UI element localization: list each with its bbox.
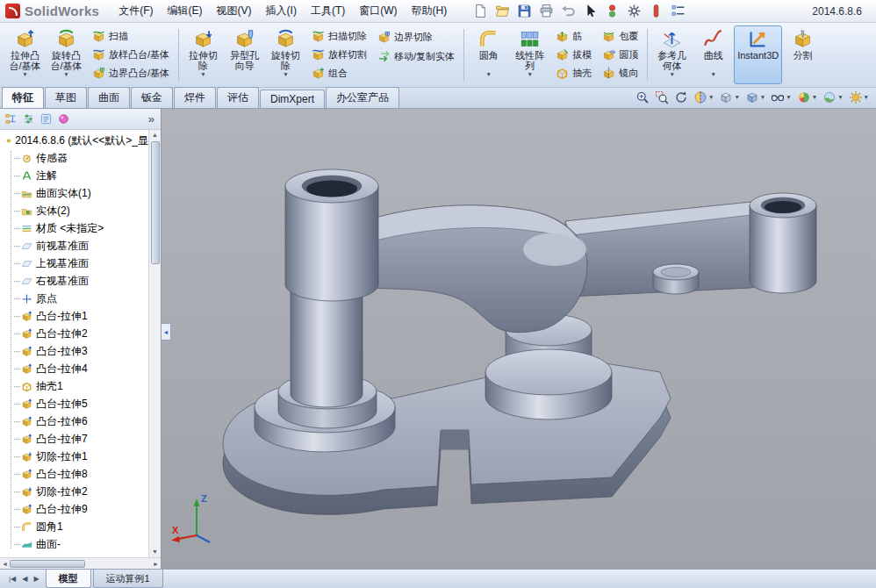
- ribbon-combine-button[interactable]: 组合: [308, 64, 370, 82]
- configuration-manager-tab[interactable]: [39, 111, 54, 126]
- tree-item-sensors-0[interactable]: 传感器: [3, 149, 148, 167]
- ribbon-lofted-boss-button[interactable]: 放样凸台/基体: [89, 47, 173, 64]
- tree-item-boss-14[interactable]: 凸台-拉伸5: [3, 395, 148, 412]
- tab-6[interactable]: DimXpert: [260, 90, 325, 108]
- ribbon-boundary-cut-button[interactable]: 边界切除: [374, 28, 458, 47]
- menu-item-2[interactable]: 视图(V): [210, 0, 259, 23]
- undo-button[interactable]: [559, 2, 578, 20]
- ribbon-boundary-boss-button[interactable]: 边界凸台/基体: [89, 64, 173, 82]
- scroll-left-icon[interactable]: ◄: [2, 561, 8, 567]
- view-orientation-button[interactable]: ▼: [717, 90, 741, 105]
- scroll-right-icon[interactable]: ►: [153, 561, 159, 567]
- menu-item-4[interactable]: 工具(T): [304, 0, 352, 23]
- ribbon-reference-geometry-button[interactable]: 参考几何体▼: [651, 25, 693, 84]
- previous-view-button[interactable]: [672, 90, 690, 105]
- tree-item-material-4[interactable]: 材质 <未指定>: [3, 219, 148, 237]
- tree-item-surface-22[interactable]: 曲面-: [3, 535, 148, 553]
- save-button[interactable]: [515, 2, 534, 20]
- ribbon-revolved-boss-button[interactable]: 旋转凸台/基体▼: [46, 25, 87, 84]
- menu-item-5[interactable]: 窗口(W): [352, 0, 404, 23]
- tree-item-boss-11[interactable]: 凸台-拉伸3: [3, 342, 148, 360]
- bottom-tab-0[interactable]: 模型: [46, 570, 91, 588]
- tree-item-boss-9[interactable]: 凸台-拉伸1: [3, 307, 148, 325]
- zoom-area-button[interactable]: [653, 90, 671, 105]
- tree-horizontal-scrollbar[interactable]: ◄ ►: [0, 557, 161, 569]
- tree-item-boss-15[interactable]: 凸台-拉伸6: [3, 412, 148, 430]
- bottom-tab-1[interactable]: 运动算例1: [93, 570, 163, 588]
- feature-manager-tab[interactable]: [4, 111, 18, 126]
- graphics-viewport[interactable]: Z X ◄: [162, 109, 876, 569]
- tree-item-annotations-1[interactable]: 注解: [3, 167, 148, 184]
- tab-7[interactable]: 办公室产品: [326, 87, 399, 108]
- scroll-down-icon[interactable]: ▼: [152, 548, 158, 556]
- ribbon-instant3d-button[interactable]: Instant3D: [734, 25, 782, 84]
- tab-scroll-button-2[interactable]: ▶: [31, 573, 41, 584]
- tree-root-item[interactable]: 2014.6.8.6 (默认<<默认>_显: [3, 132, 148, 149]
- scroll-up-icon[interactable]: ▲: [152, 131, 158, 140]
- app-icon[interactable]: [5, 4, 20, 18]
- tree-item-origin-8[interactable]: 原点: [3, 290, 148, 307]
- bookmark-button[interactable]: [647, 2, 665, 20]
- ribbon-wrap-button[interactable]: 包覆: [599, 28, 642, 46]
- ribbon-swept-cut-button[interactable]: 扫描切除: [308, 28, 370, 46]
- new-document-button[interactable]: [471, 2, 490, 20]
- ribbon-fillet-button[interactable]: 圆角▼: [468, 25, 509, 84]
- tree-item-plane-6[interactable]: 上视基准面: [3, 255, 148, 272]
- list-button[interactable]: [669, 2, 687, 20]
- tab-3[interactable]: 钣金: [131, 87, 173, 108]
- display-style-button[interactable]: ▼: [743, 90, 767, 105]
- panel-collapse-arrow[interactable]: ◄: [162, 323, 171, 341]
- tree-item-shell-13[interactable]: 抽壳1: [3, 377, 148, 395]
- ribbon-shell-button[interactable]: 抽壳: [552, 64, 595, 82]
- ribbon-lofted-cut-button[interactable]: 放样切割: [308, 47, 370, 64]
- ribbon-boss-extrude-button[interactable]: 拉伸凸台/基体▼: [4, 25, 46, 84]
- tree-item-boss-12[interactable]: 凸台-拉伸4: [3, 360, 148, 377]
- section-view-button[interactable]: ▼: [692, 90, 715, 105]
- menu-item-6[interactable]: 帮助(H): [405, 0, 455, 23]
- tab-scroll-button-0[interactable]: |◀: [6, 573, 18, 584]
- select-arrow-button[interactable]: [581, 2, 600, 20]
- open-button[interactable]: [493, 2, 512, 20]
- cad-model[interactable]: [162, 109, 876, 569]
- apply-scene-button[interactable]: ▼: [821, 90, 844, 105]
- tab-0[interactable]: 特征: [2, 87, 44, 108]
- ribbon-curves-button[interactable]: 曲线▼: [693, 25, 734, 84]
- tree-item-fillet-21[interactable]: 圆角1: [3, 518, 148, 535]
- tree-item-plane-5[interactable]: 前视基准面: [3, 237, 148, 255]
- tree-item-boss-20[interactable]: 凸台-拉伸9: [3, 500, 148, 518]
- tree-item-solid-folder-3[interactable]: 实体(2): [3, 202, 148, 219]
- panel-expand-button[interactable]: »: [146, 112, 157, 125]
- ribbon-move-copy-button[interactable]: 移动/复制实体: [374, 47, 458, 66]
- menu-item-3[interactable]: 插入(I): [259, 0, 304, 23]
- tab-scroll-button-1[interactable]: ◀: [19, 573, 30, 584]
- ribbon-extruded-cut-button[interactable]: 拉伸切除▼: [183, 25, 224, 84]
- tree-item-cut-19[interactable]: 切除-拉伸2: [3, 483, 148, 500]
- ribbon-linear-pattern-button[interactable]: 线性阵列▼: [509, 25, 550, 84]
- horizontal-scroll-thumb[interactable]: [10, 560, 85, 568]
- tab-4[interactable]: 焊件: [174, 87, 216, 108]
- tree-item-cut-17[interactable]: 切除-拉伸1: [3, 448, 148, 465]
- tab-2[interactable]: 曲面: [88, 87, 130, 108]
- tree-vertical-scrollbar[interactable]: ▲ ▼: [148, 130, 161, 557]
- tab-1[interactable]: 草图: [45, 87, 87, 108]
- ribbon-revolved-cut-button[interactable]: 旋转切除▼: [265, 25, 306, 84]
- rebuild-button[interactable]: [603, 2, 621, 20]
- tree-item-boss-18[interactable]: 凸台-拉伸8: [3, 465, 148, 483]
- hide-show-items-button[interactable]: ▼: [769, 90, 793, 105]
- display-manager-tab[interactable]: [56, 111, 71, 126]
- ribbon-swept-boss-button[interactable]: 扫描: [89, 28, 173, 46]
- print-button[interactable]: [537, 2, 556, 20]
- zoom-fit-button[interactable]: [634, 90, 651, 105]
- options-button[interactable]: [625, 2, 643, 20]
- menu-item-1[interactable]: 编辑(E): [161, 0, 210, 23]
- view-settings-button[interactable]: ▼: [847, 90, 871, 105]
- menu-item-0[interactable]: 文件(F): [111, 0, 160, 23]
- ribbon-draft-button[interactable]: 拔模: [552, 47, 595, 64]
- vertical-scroll-thumb[interactable]: [151, 141, 160, 264]
- tree-item-boss-10[interactable]: 凸台-拉伸2: [3, 325, 148, 342]
- tab-5[interactable]: 评估: [217, 87, 259, 108]
- ribbon-hole-wizard-button[interactable]: 异型孔向导: [224, 25, 265, 84]
- property-manager-tab[interactable]: [21, 111, 36, 126]
- tree-item-plane-7[interactable]: 右视基准面: [3, 272, 148, 290]
- tree-item-surface-folder-2[interactable]: 曲面实体(1): [3, 184, 148, 202]
